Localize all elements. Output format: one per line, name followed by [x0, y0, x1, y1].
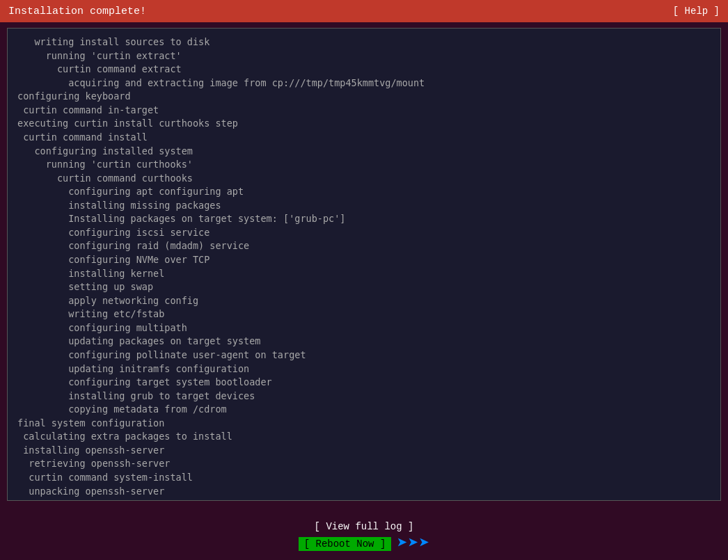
header-help: [ Help ] [673, 6, 720, 17]
reboot-now-button[interactable]: [ Reboot Now ] [299, 537, 392, 551]
header-title: Installation complete! [8, 6, 146, 17]
log-panel: writing install sources to disk running … [7, 28, 721, 501]
arrow-icon: ➤➤➤ [397, 535, 429, 553]
footer-row-1: [ View full log ] [315, 521, 414, 532]
footer-row-2: [ Reboot Now ] ➤➤➤ [299, 535, 430, 553]
footer: [ View full log ] [ Reboot Now ] ➤➤➤ [0, 521, 728, 560]
log-output: writing install sources to disk running … [17, 35, 711, 501]
header-bar: Installation complete! [ Help ] [0, 0, 728, 22]
view-full-log-button[interactable]: [ View full log ] [315, 521, 414, 532]
